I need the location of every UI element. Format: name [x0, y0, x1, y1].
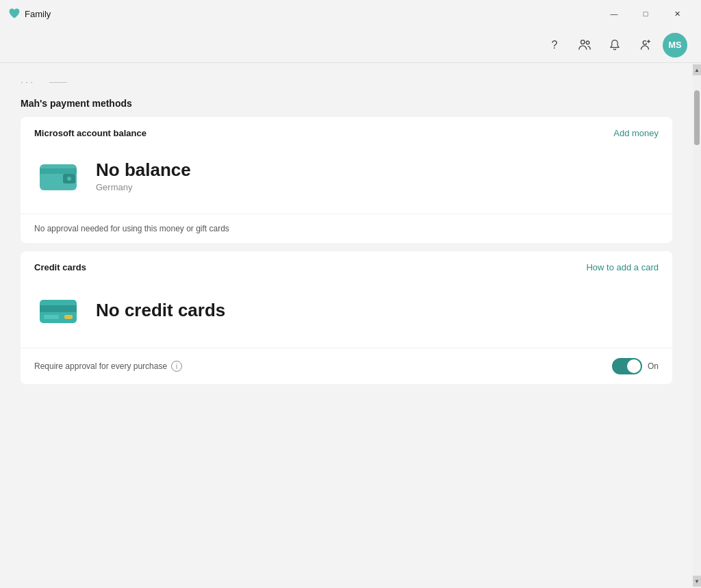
svg-rect-9 — [40, 305, 77, 312]
svg-point-0 — [581, 40, 585, 44]
wallet-icon — [34, 152, 82, 200]
user-avatar[interactable]: MS — [663, 33, 687, 57]
credit-card-icon — [34, 286, 82, 334]
svg-rect-5 — [40, 168, 77, 174]
bell-icon — [608, 38, 622, 52]
scrollbar-thumb[interactable] — [694, 90, 700, 145]
people-button[interactable] — [572, 33, 597, 57]
account-settings-button[interactable] — [633, 33, 657, 57]
balance-card-title: Microsoft account balance — [34, 128, 146, 138]
help-icon: ? — [552, 39, 558, 51]
balance-info: No balance Germany — [96, 159, 191, 192]
info-icon[interactable]: i — [171, 361, 182, 372]
balance-country: Germany — [96, 182, 191, 192]
maximize-button[interactable]: □ — [630, 3, 661, 25]
balance-footer-note: No approval needed for using this money … — [21, 214, 672, 243]
toggle-right: On — [612, 358, 659, 374]
window-controls: — □ ✕ — [598, 3, 693, 25]
how-to-add-card-button[interactable]: How to add a card — [586, 262, 659, 272]
heart-logo-icon — [8, 8, 21, 20]
balance-card-body: No balance Germany — [21, 138, 672, 214]
bell-button[interactable] — [602, 33, 627, 57]
approval-toggle[interactable] — [612, 358, 642, 374]
credit-card-body: No credit cards — [21, 272, 672, 348]
credit-card-header: Credit cards How to add a card — [21, 251, 672, 272]
add-money-button[interactable]: Add money — [613, 128, 659, 138]
svg-rect-11 — [64, 315, 73, 319]
top-nav: ? MS — [0, 27, 701, 63]
credit-card-footer-toggle: Require approval for every purchase i On — [21, 348, 672, 384]
section-title: Mah's payment methods — [21, 98, 672, 109]
minimize-button[interactable]: — — [598, 3, 630, 25]
main-content: · · · —— Mah's payment methods Microsoft… — [0, 63, 693, 588]
svg-rect-10 — [44, 315, 59, 319]
balance-card: Microsoft account balance Add money No b… — [21, 117, 672, 243]
account-settings-icon — [637, 38, 652, 53]
toggle-label-wrap: Require approval for every purchase i — [34, 361, 182, 372]
wallet-icon-wrap — [34, 152, 82, 200]
scrollbar-down-button[interactable]: ▼ — [693, 576, 701, 587]
balance-title: No balance — [96, 159, 191, 181]
balance-card-header: Microsoft account balance Add money — [21, 117, 672, 138]
close-button[interactable]: ✕ — [661, 3, 693, 25]
no-credit-cards-info: No credit cards — [96, 300, 225, 321]
people-icon — [577, 38, 592, 53]
page-header: · · · —— — [21, 77, 672, 87]
credit-card-icon-wrap — [34, 286, 82, 334]
toggle-label-text: Require approval for every purchase — [34, 361, 167, 371]
help-button[interactable]: ? — [542, 33, 567, 57]
app-title: Family — [25, 9, 51, 19]
scrollbar-up-button[interactable]: ▲ — [693, 64, 701, 75]
svg-point-1 — [586, 41, 589, 44]
credit-card-title: Credit cards — [34, 262, 86, 272]
app-logo: Family — [8, 8, 598, 20]
breadcrumb: · · · —— — [21, 77, 672, 87]
toggle-on-label: On — [648, 361, 659, 371]
content-wrapper: · · · —— Mah's payment methods Microsoft… — [0, 63, 701, 588]
no-credit-cards-label: No credit cards — [96, 300, 225, 321]
scrollbar-track: ▲ ▼ — [693, 63, 701, 588]
credit-card-card: Credit cards How to add a card No credit… — [21, 251, 672, 384]
svg-point-7 — [67, 177, 71, 181]
title-bar: Family — □ ✕ — [0, 0, 701, 27]
scrollbar-thumb-container — [694, 77, 700, 574]
